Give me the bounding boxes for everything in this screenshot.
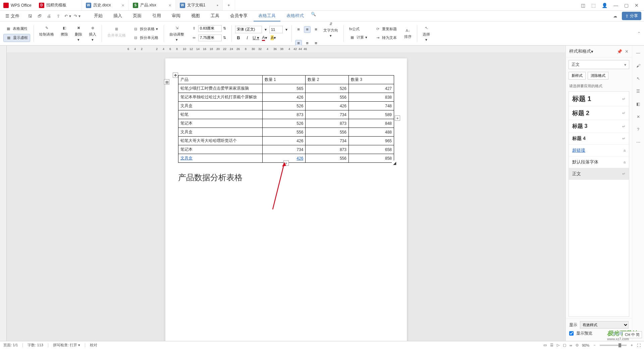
- zoom-level[interactable]: 90%: [582, 343, 589, 347]
- menu-page[interactable]: 页面: [128, 11, 146, 21]
- table-cell[interactable]: 838: [348, 93, 394, 102]
- spellcheck-status[interactable]: 拼写检查: 打开 ▾: [53, 343, 80, 348]
- formula-button[interactable]: fx公式: [347, 26, 369, 32]
- table-row[interactable]: 笔记本单独哈过哈过大片机打票截个屏解放426556838: [178, 93, 394, 102]
- collapse-rail-icon[interactable]: —: [635, 50, 642, 56]
- layers-icon[interactable]: ◧: [635, 101, 642, 107]
- show-filter-select[interactable]: 有效样式: [580, 321, 629, 329]
- table-cell[interactable]: 734: [306, 110, 349, 119]
- tab-close-icon[interactable]: ×: [169, 3, 171, 8]
- table-cell[interactable]: 858: [348, 154, 394, 163]
- table-cell[interactable]: 文具盒: [178, 102, 263, 110]
- table-cell[interactable]: 488: [348, 128, 394, 137]
- table-cell[interactable]: 848: [348, 119, 394, 128]
- undo-icon[interactable]: ↶ ▾: [64, 13, 71, 19]
- fullscreen-icon[interactable]: ⛶: [637, 343, 641, 347]
- col-width-input[interactable]: [198, 35, 222, 41]
- menu-table-tools[interactable]: 表格工具: [254, 11, 280, 21]
- repeat-header-button[interactable]: ⟳重复标题: [373, 26, 399, 33]
- export-icon[interactable]: ⇪: [55, 13, 62, 19]
- split-cell-button[interactable]: ⊟拆分单元格: [130, 34, 160, 42]
- menu-review[interactable]: 审阅: [167, 11, 185, 21]
- style-heading3[interactable]: 标题 3↵: [569, 120, 629, 133]
- link-icon-status[interactable]: ∞: [570, 343, 572, 347]
- table-cell[interactable]: 526: [262, 102, 306, 110]
- zoom-out-icon[interactable]: －: [593, 343, 596, 348]
- word-count[interactable]: 字数: 113: [28, 343, 43, 348]
- underline-button[interactable]: U ▾: [253, 35, 259, 41]
- erase-button[interactable]: ◧擦除: [59, 24, 70, 43]
- menu-table-style[interactable]: 表格样式: [282, 11, 309, 21]
- table-row[interactable]: 文具盒556556488: [178, 128, 394, 137]
- style-hyperlink[interactable]: 超链接a: [569, 145, 629, 156]
- table-cell[interactable]: 426: [262, 137, 306, 145]
- table-cell[interactable]: 笔记本: [178, 119, 263, 128]
- table-cell[interactable]: 文具盒: [178, 154, 263, 163]
- th[interactable]: 数量 1: [262, 76, 306, 84]
- table-row[interactable]: 笔记本734873658: [178, 145, 394, 154]
- view-web-icon[interactable]: ▷: [557, 343, 559, 347]
- table-cell[interactable]: 734: [306, 137, 349, 145]
- table-resize-handle[interactable]: ◢: [392, 160, 397, 166]
- th[interactable]: 数量 3: [348, 76, 394, 84]
- preview-checkbox[interactable]: [569, 331, 574, 336]
- zoom-slider[interactable]: [600, 345, 627, 346]
- menu-member[interactable]: 会员专享: [225, 11, 252, 21]
- clear-format-button[interactable]: 清除格式: [588, 72, 608, 80]
- file-menu[interactable]: ☰ 文件: [3, 12, 22, 20]
- minimize-icon[interactable]: —: [613, 3, 618, 8]
- org-shape-icon[interactable]: ☰: [635, 88, 642, 95]
- page-indicator[interactable]: 页面: 1/1: [3, 343, 18, 348]
- tab-product-xlsx[interactable]: S产品.xlsx×: [129, 0, 176, 10]
- bold-button[interactable]: B: [235, 35, 242, 41]
- table-cell[interactable]: 427: [348, 84, 394, 93]
- table-row[interactable]: 笔记本526873848: [178, 119, 394, 128]
- table-cell[interactable]: 734: [262, 145, 306, 154]
- table-cell[interactable]: 589: [348, 110, 394, 119]
- draw-table-button[interactable]: ✎绘制表格: [37, 24, 56, 43]
- close-panel-icon[interactable]: ✕: [625, 49, 629, 54]
- table-cell[interactable]: 556: [306, 93, 349, 102]
- pin-icon[interactable]: 📌: [617, 49, 622, 54]
- table-cell[interactable]: 426: [306, 102, 349, 110]
- menu-reference[interactable]: 引用: [148, 11, 166, 21]
- view-outline-icon[interactable]: ☰: [550, 343, 553, 347]
- zoom-in-icon[interactable]: ＋: [630, 343, 634, 348]
- delete-button[interactable]: ✖删除 ▾: [73, 24, 84, 43]
- add-column-handle[interactable]: ＋: [395, 115, 400, 121]
- print-icon[interactable]: 🖨: [46, 13, 52, 19]
- more-icon[interactable]: ⋯: [635, 139, 642, 146]
- save-icon[interactable]: 🖫: [27, 13, 34, 19]
- align-middle-button[interactable]: ≡: [304, 26, 311, 33]
- print-preview-icon[interactable]: 🗗: [36, 13, 43, 19]
- calc-button[interactable]: ▦计算 ▾: [347, 34, 369, 41]
- font-color-button[interactable]: A ▾: [261, 35, 268, 41]
- table-properties-button[interactable]: ▦表格属性: [3, 25, 30, 33]
- tab-templates[interactable]: D找稻壳模板: [35, 0, 82, 10]
- cloud-icon[interactable]: ☁: [612, 13, 619, 19]
- collapse-ribbon-icon[interactable]: ⌃: [637, 31, 641, 36]
- to-text-button[interactable]: ⇥转为文本: [373, 34, 399, 42]
- style-heading2[interactable]: 标题 2↵: [569, 106, 629, 120]
- align-bottom-button[interactable]: ≡: [313, 26, 319, 33]
- table-cell[interactable]: 铅笔: [178, 110, 263, 119]
- select-button[interactable]: ↖选择 ▾: [421, 24, 432, 43]
- table-cell[interactable]: 556: [306, 154, 349, 163]
- table-row[interactable]: 铅笔873734589: [178, 110, 394, 119]
- table-cell[interactable]: 铅笔少哦打工时费点击爱苹果家居服脑: [178, 84, 263, 93]
- table-cell[interactable]: 565: [262, 84, 306, 93]
- table-move-handle[interactable]: ✥: [173, 72, 178, 78]
- table-cell[interactable]: 873: [306, 119, 349, 128]
- zoom-thumb[interactable]: [619, 343, 621, 347]
- table-cell[interactable]: 748: [348, 102, 394, 110]
- table-cell[interactable]: 873: [262, 110, 306, 119]
- new-style-button[interactable]: 新样式: [569, 72, 586, 80]
- redo-icon[interactable]: ↷ ▾: [74, 13, 80, 19]
- style-heading4[interactable]: 标题 4↵: [569, 133, 629, 145]
- table-cell[interactable]: 文具盒: [178, 128, 263, 137]
- text-direction-button[interactable]: ⇵文字方向 ▾: [321, 20, 340, 39]
- canvas-scroll[interactable]: ✥ ▤ 产品 数量 1 数量 2 数量 3 铅笔少哦打工时费点击爱苹果家居服脑5…: [7, 52, 566, 341]
- table-cell[interactable]: 铅笔大哥大哥大哈哈嘿听觉话个: [178, 137, 263, 145]
- split-table-button[interactable]: ⊟拆分表格 ▾: [130, 26, 160, 33]
- share-button[interactable]: ⇪ 分享: [622, 12, 641, 20]
